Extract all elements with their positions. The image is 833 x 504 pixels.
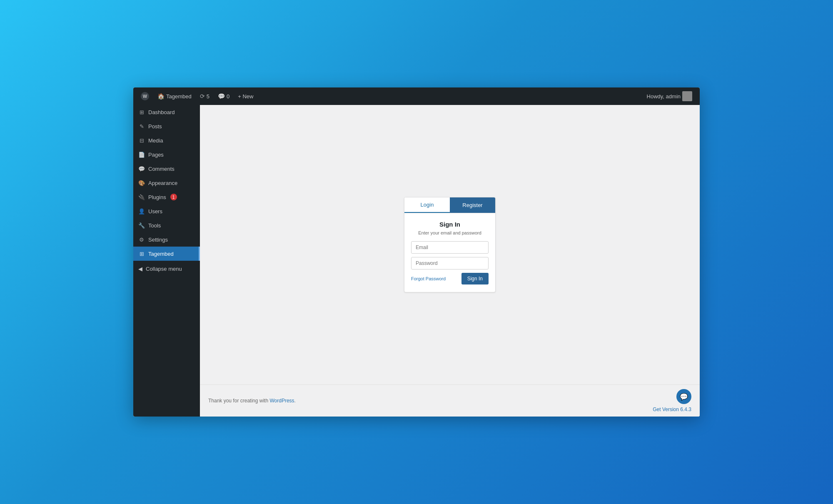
sidebar-item-pages[interactable]: 📄 Pages bbox=[133, 147, 200, 162]
tools-icon: 🔧 bbox=[138, 222, 145, 229]
sidebar-label-pages: Pages bbox=[148, 152, 164, 158]
sign-in-title: Sign In bbox=[411, 221, 489, 228]
register-tab[interactable]: Register bbox=[450, 197, 495, 213]
media-icon: ⊟ bbox=[138, 137, 145, 144]
site-name-label: Tagembed bbox=[166, 93, 192, 100]
main-layout: ⊞ Dashboard ✎ Posts ⊟ Media 📄 Pages 💬 Co… bbox=[133, 105, 700, 417]
thank-you-text: Thank you for creating with bbox=[208, 398, 268, 404]
settings-icon: ⚙ bbox=[138, 237, 145, 243]
sidebar-item-appearance[interactable]: 🎨 Appearance bbox=[133, 176, 200, 190]
chat-bubble-button[interactable]: 💬 bbox=[676, 389, 691, 404]
collapse-icon: ◀ bbox=[138, 266, 142, 272]
wordpress-link[interactable]: WordPress bbox=[269, 398, 294, 404]
sidebar-label-appearance: Appearance bbox=[148, 180, 177, 186]
dashboard-icon: ⊞ bbox=[138, 109, 145, 115]
sidebar-item-posts[interactable]: ✎ Posts bbox=[133, 119, 200, 133]
sidebar-item-plugins[interactable]: 🔌 Plugins 1 bbox=[133, 190, 200, 204]
tab-bar: Login Register bbox=[404, 197, 495, 213]
email-input[interactable] bbox=[411, 241, 489, 254]
sidebar-label-comments: Comments bbox=[148, 166, 175, 172]
sidebar-label-settings: Settings bbox=[148, 237, 168, 243]
browser-window: W 🏠 Tagembed ⟳ 5 💬 0 + New Howdy, admin bbox=[133, 87, 700, 417]
new-content-button[interactable]: + New bbox=[234, 87, 257, 105]
login-card: Login Register Sign In Enter your email … bbox=[404, 197, 496, 292]
home-icon: 🏠 bbox=[157, 93, 165, 100]
updates-count: 5 bbox=[207, 93, 209, 100]
content-body: Login Register Sign In Enter your email … bbox=[200, 105, 700, 384]
sidebar-label-plugins: Plugins bbox=[148, 194, 166, 200]
sign-in-button[interactable]: Sign In bbox=[461, 273, 489, 284]
users-icon: 👤 bbox=[138, 208, 145, 215]
site-name-button[interactable]: 🏠 Tagembed bbox=[154, 87, 195, 105]
comments-button[interactable]: 💬 0 bbox=[214, 87, 233, 105]
wp-logo-icon: W bbox=[141, 92, 149, 100]
sidebar-label-dashboard: Dashboard bbox=[148, 109, 175, 115]
admin-bar-right: Howdy, admin bbox=[643, 87, 696, 105]
sidebar-label-tagembed: Tagembed bbox=[148, 251, 174, 257]
sidebar-label-posts: Posts bbox=[148, 123, 162, 130]
sidebar-item-dashboard[interactable]: ⊞ Dashboard bbox=[133, 105, 200, 119]
admin-avatar bbox=[682, 91, 692, 101]
sidebar-item-comments[interactable]: 💬 Comments bbox=[133, 162, 200, 176]
plugins-icon: 🔌 bbox=[138, 194, 145, 200]
updates-button[interactable]: ⟳ 5 bbox=[197, 87, 213, 105]
sidebar-item-settings[interactable]: ⚙ Settings bbox=[133, 232, 200, 247]
footer-text: Thank you for creating with WordPress. bbox=[208, 398, 296, 404]
login-tab[interactable]: Login bbox=[404, 197, 450, 213]
forgot-password-link[interactable]: Forgot Password bbox=[411, 276, 446, 281]
posts-icon: ✎ bbox=[138, 123, 145, 130]
comments-icon: 💬 bbox=[218, 93, 225, 100]
content-area: Login Register Sign In Enter your email … bbox=[200, 105, 700, 417]
howdy-text: Howdy, admin bbox=[647, 93, 681, 100]
admin-bar: W 🏠 Tagembed ⟳ 5 💬 0 + New Howdy, admin bbox=[133, 87, 700, 105]
howdy-button[interactable]: Howdy, admin bbox=[643, 87, 696, 105]
sidebar-item-tools[interactable]: 🔧 Tools bbox=[133, 218, 200, 232]
comments-count: 0 bbox=[227, 93, 229, 100]
pages-icon: 📄 bbox=[138, 152, 145, 158]
plugins-badge: 1 bbox=[170, 194, 177, 200]
sidebar-item-tagembed[interactable]: ⊞ Tagembed bbox=[133, 247, 200, 261]
collapse-label: Collapse menu bbox=[146, 266, 182, 272]
sidebar-label-media: Media bbox=[148, 137, 163, 144]
new-label: + New bbox=[238, 93, 253, 100]
get-version-link[interactable]: Get Version 6.4.3 bbox=[653, 407, 691, 412]
wp-logo-button[interactable]: W bbox=[137, 87, 152, 105]
sidebar: ⊞ Dashboard ✎ Posts ⊟ Media 📄 Pages 💬 Co… bbox=[133, 105, 200, 417]
sidebar-item-media[interactable]: ⊟ Media bbox=[133, 133, 200, 147]
footer-right: 💬 Get Version 6.4.3 bbox=[653, 389, 691, 412]
content-footer: Thank you for creating with WordPress. 💬… bbox=[200, 384, 700, 417]
appearance-icon: 🎨 bbox=[138, 180, 145, 186]
tagembed-icon: ⊞ bbox=[138, 251, 145, 257]
comments-nav-icon: 💬 bbox=[138, 166, 145, 172]
collapse-menu-button[interactable]: ◀ Collapse menu bbox=[133, 262, 200, 275]
sign-in-subtitle: Enter your email and password bbox=[411, 230, 489, 235]
card-body: Sign In Enter your email and password Fo… bbox=[404, 213, 495, 292]
sidebar-label-users: Users bbox=[148, 208, 162, 215]
password-input[interactable] bbox=[411, 257, 489, 269]
sidebar-label-tools: Tools bbox=[148, 222, 161, 229]
form-footer: Forgot Password Sign In bbox=[411, 273, 489, 284]
updates-icon: ⟳ bbox=[200, 93, 205, 100]
sidebar-item-users[interactable]: 👤 Users bbox=[133, 204, 200, 218]
